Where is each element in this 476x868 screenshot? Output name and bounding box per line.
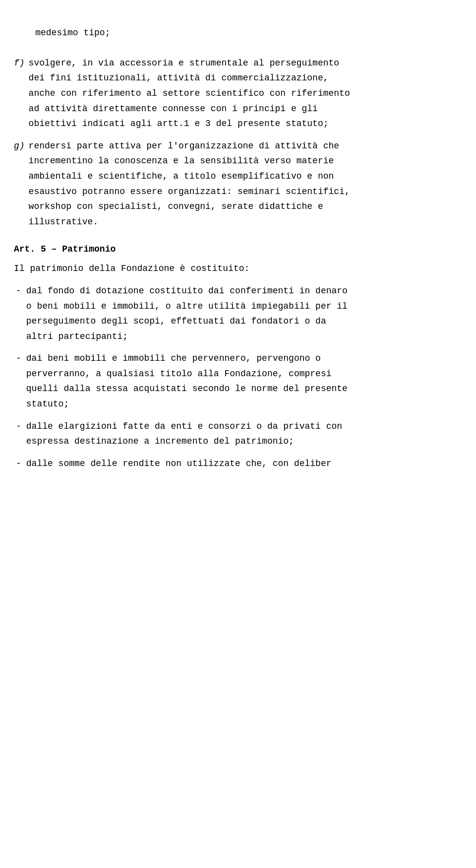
spacer-3 — [14, 257, 462, 261]
list-item-4: - dalle somme delle rendite non utilizza… — [14, 456, 462, 471]
list-dash-4: - — [16, 456, 21, 471]
art5-intro: Il patrimonio della Fondazione è costitu… — [14, 261, 462, 276]
text-medesimo: medesimo tipo; — [35, 28, 110, 38]
paragraph-f: f) svolgere, in via accessoria e strumen… — [14, 56, 462, 132]
list-dash-2: - — [16, 351, 21, 366]
list-item-1: - dal fondo di dotazione costituito dai … — [14, 283, 462, 344]
art5-title-text: Art. 5 – Patrimonio — [14, 244, 116, 254]
paragraph-g: g) rendersi parte attiva per l'organizza… — [14, 138, 462, 230]
art5-title: Art. 5 – Patrimonio — [14, 244, 462, 254]
list-dash-1: - — [16, 283, 21, 299]
list-text-3: dalle elargizioni fatte da enti e consor… — [26, 419, 342, 449]
spacer-6 — [14, 412, 462, 419]
art5-intro-text: Il patrimonio della Fondazione è costitu… — [14, 264, 249, 273]
list-item-2: - dai beni mobili e immobili che pervenn… — [14, 351, 462, 411]
spacer-5 — [14, 344, 462, 351]
list-dash-3: - — [16, 419, 21, 434]
spacer-7 — [14, 449, 462, 456]
spacer-4 — [14, 276, 462, 283]
label-f: f) — [14, 56, 25, 71]
list-text-2: dai beni mobili e immobili che pervenner… — [26, 351, 348, 411]
label-g: g) — [14, 138, 25, 154]
document-container: medesimo tipo; f) svolgere, in via acces… — [0, 0, 476, 868]
text-f: svolgere, in via accessoria e strumental… — [29, 56, 350, 132]
text-g: rendersi parte attiva per l'organizzazio… — [29, 138, 350, 230]
list-text-4: dalle somme delle rendite non utilizzate… — [26, 456, 332, 471]
spacer-2 — [14, 229, 462, 239]
list-item-3: - dalle elargizioni fatte da enti e cons… — [14, 419, 462, 449]
spacer-1 — [14, 132, 462, 138]
list-text-1: dal fondo di dotazione costituito dai co… — [26, 283, 348, 344]
paragraph-medesimo: medesimo tipo; — [14, 10, 462, 56]
